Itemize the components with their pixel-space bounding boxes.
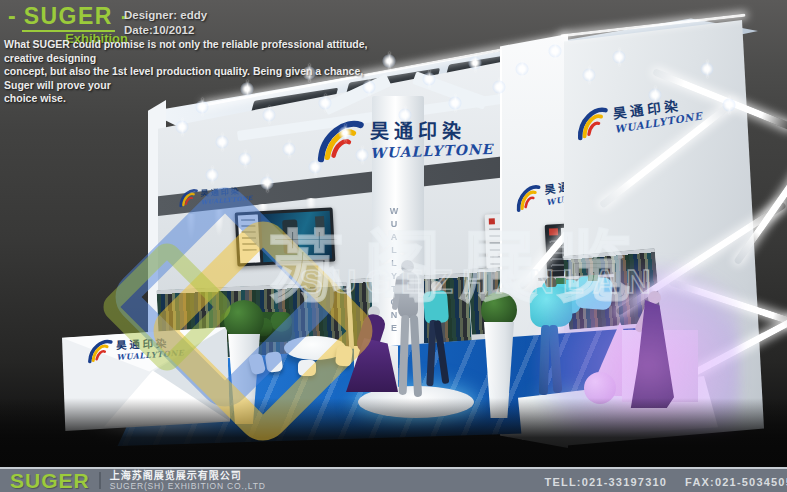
decor-sphere [584,372,616,404]
wuallytone-swirl-icon [312,116,366,170]
brand-name-cn: 昊通印染 [370,116,493,143]
shirt-collar [556,278,566,284]
screen-text-lines [241,219,257,252]
company-name-cn: 上海苏阁展览展示有限公司 [110,470,266,481]
chair [335,345,353,367]
fax-number: FAX:021-5034505 [685,476,787,488]
column-vertical-brand-text: WUALLYTONE [389,206,399,336]
downlight-glow [186,214,196,240]
downlight-glow [214,210,224,236]
intro-line: choice wise. [4,92,394,106]
designer-label: Designer: eddy [124,8,207,23]
company-name-en: SUGER(SH) EXHIBITION CO.,LTD [110,481,266,491]
mannequin-cyan-top [529,286,572,327]
shirt-collar [588,275,598,281]
telephone-number: TELL:021-33197310 [545,476,668,488]
contact-info: TELL:021-33197310FAX:021-5034505 [545,476,787,488]
chair [298,360,316,376]
date-label: Date:10/2012 [124,23,207,38]
poster-red-mark [489,218,495,224]
intro-line: What SUGER could promise is not only the… [4,38,394,65]
screen-content [261,211,332,263]
wuallytone-logo-desk: 昊通印染 WUALLYTONE [84,335,185,368]
wuallytone-swirl-icon [570,103,613,146]
wuallytone-swirl-icon [84,337,115,368]
footer-bar: SUGER 上海苏阁展览展示有限公司 SUGER(SH) EXHIBITION … [0,467,787,492]
intro-line: concept, but also the 1st level producti… [4,65,394,92]
screen-figure [282,219,299,254]
footer-logo: SUGER [10,470,90,491]
wuallytone-swirl-icon [510,182,545,217]
chair [265,351,284,373]
suger-logo: - SUGER - [8,5,128,32]
desk-floor-glow [84,414,244,440]
footer-divider [99,472,101,489]
screen-sidebar [238,214,260,263]
screen-figure [315,216,326,237]
wuallytone-logo-backwall: 昊通印染 WUALLYTONE [176,184,253,211]
poster-red-mark [549,228,558,235]
logo-dash: - [8,5,16,28]
brand-name-en: WUALLYTONE [370,141,494,161]
logo-text: SUGER [22,5,115,32]
intro-paragraph: What SUGER could promise is not only the… [4,38,394,106]
mannequin-teal [423,290,449,324]
company-info: 上海苏阁展览展示有限公司 SUGER(SH) EXHIBITION CO.,LT… [110,470,266,491]
wuallytone-swirl-icon [176,187,200,211]
design-board: 昊通印染 昊通印染 WUALLYTONE [0,0,787,492]
wuallytone-logo-main: 昊通印染 WUALLYTONE [312,116,493,170]
design-meta: Designer: eddy Date:10/2012 [124,8,207,38]
display-screen [235,207,336,266]
